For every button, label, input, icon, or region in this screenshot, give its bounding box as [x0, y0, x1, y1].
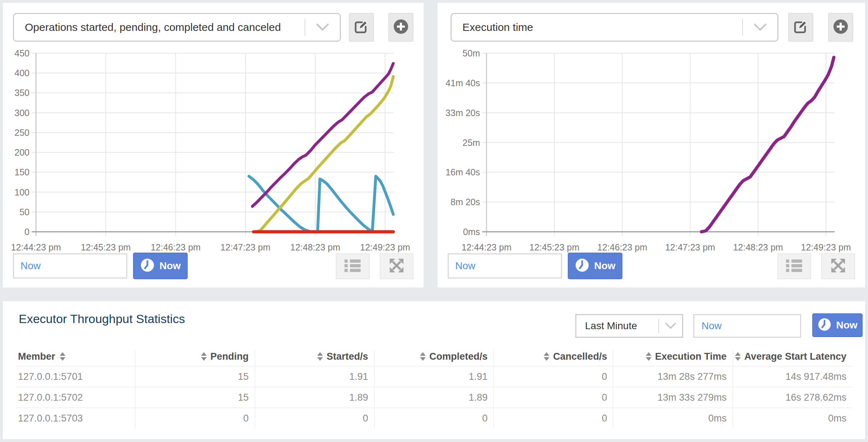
sort-icon: [544, 352, 549, 361]
svg-text:33m 20s: 33m 20s: [446, 108, 480, 118]
sort-icon: [420, 352, 426, 361]
completed-cell: 1.89: [374, 387, 494, 408]
page-title: Executor Throughput Statistics: [19, 312, 185, 326]
column-header-pending[interactable]: Pending: [135, 350, 255, 366]
column-header-member[interactable]: Member: [16, 350, 135, 366]
svg-text:350: 350: [14, 88, 29, 98]
execution-time-cell: 0ms: [613, 408, 732, 429]
expand-arrows-icon: [829, 257, 847, 276]
now-button-label: Now: [836, 319, 857, 331]
started-cell: 0: [255, 408, 374, 429]
period-select[interactable]: Last Minute: [575, 314, 683, 338]
list-icon: [344, 258, 361, 275]
member-cell: 127.0.0.1:5703: [16, 408, 135, 429]
svg-text:12:49:23 pm: 12:49:23 pm: [360, 242, 410, 252]
list-icon: [786, 258, 803, 275]
execution-time-cell: 13m 28s 277ms: [613, 366, 732, 387]
completed-cell: 1.91: [374, 366, 494, 387]
chevron-down-icon: [305, 23, 340, 32]
completed-cell: 0: [374, 408, 494, 429]
now-button[interactable]: Now: [133, 253, 188, 279]
svg-text:12:44:23 pm: 12:44:23 pm: [11, 242, 61, 252]
clock-icon: [140, 258, 155, 274]
svg-text:200: 200: [14, 147, 29, 157]
pending-cell: 15: [135, 387, 255, 408]
member-cell: 127.0.0.1:5702: [16, 387, 135, 408]
svg-text:12:47:23 pm: 12:47:23 pm: [665, 242, 715, 252]
column-header-completed[interactable]: Completed/s: [374, 350, 494, 366]
column-header-cancelled[interactable]: Cancelled/s: [494, 350, 613, 366]
member-cell: 127.0.0.1:5701: [16, 366, 135, 387]
column-header-average-start-latency[interactable]: Average Start Latency: [733, 350, 852, 366]
time-travel-input[interactable]: [693, 314, 801, 338]
add-chart-button[interactable]: [828, 13, 853, 42]
table-row[interactable]: 127.0.0.1:5701 15 1.91 1.91 0 13m 28s 27…: [16, 366, 852, 387]
avg-start-latency-cell: 0ms: [733, 408, 852, 429]
sort-icon: [317, 352, 323, 361]
edit-chart-button[interactable]: [349, 13, 374, 42]
edit-icon: [353, 19, 369, 36]
expand-chart-button[interactable]: [821, 253, 855, 279]
svg-text:12:47:23 pm: 12:47:23 pm: [220, 242, 270, 252]
plus-circle-icon: [393, 18, 409, 36]
time-travel-input[interactable]: [13, 253, 127, 278]
legend-toggle-button[interactable]: [336, 253, 370, 279]
pending-cell: 15: [135, 366, 255, 387]
started-cell: 1.89: [255, 387, 374, 408]
chevron-down-icon: [743, 23, 777, 32]
metric-select-operations[interactable]: Operations started, pending, completed a…: [13, 13, 341, 42]
now-button-label: Now: [159, 260, 181, 272]
sort-icon: [646, 352, 652, 361]
metric-select-execution[interactable]: Execution time: [451, 13, 778, 42]
svg-text:12:44:23 pm: 12:44:23 pm: [462, 242, 512, 252]
svg-text:12:48:23 pm: 12:48:23 pm: [290, 242, 340, 252]
expand-arrows-icon: [388, 257, 406, 276]
clock-icon: [817, 317, 832, 333]
now-button[interactable]: Now: [568, 253, 622, 279]
svg-text:12:49:23 pm: 12:49:23 pm: [801, 242, 851, 252]
executor-throughput-statistics-panel: Executor Throughput Statistics Last Minu…: [3, 301, 865, 439]
svg-text:12:46:23 pm: 12:46:23 pm: [151, 242, 201, 252]
execution-time-cell: 13m 33s 279ms: [613, 387, 732, 408]
chevron-down-icon: [659, 322, 682, 330]
sort-icon: [735, 352, 741, 361]
sort-icon: [201, 352, 207, 361]
cancelled-cell: 0: [494, 387, 613, 408]
svg-text:450: 450: [14, 48, 29, 58]
edit-chart-button[interactable]: [788, 13, 813, 42]
svg-text:41m 40s: 41m 40s: [446, 78, 480, 88]
svg-text:100: 100: [14, 187, 29, 197]
metric-select-operations-value: Operations started, pending, completed a…: [14, 21, 305, 33]
execution-time-line-chart: 12:44:23 pm12:45:23 pm12:46:23 pm12:47:2…: [438, 45, 865, 261]
expand-chart-button[interactable]: [380, 253, 414, 279]
avg-start-latency-cell: 14s 917.48ms: [733, 366, 852, 387]
svg-text:12:46:23 pm: 12:46:23 pm: [597, 242, 647, 252]
started-cell: 1.91: [255, 366, 374, 387]
column-header-execution-time[interactable]: Execution Time: [613, 350, 732, 366]
column-header-started[interactable]: Started/s: [255, 350, 374, 366]
sort-icon: [60, 352, 65, 361]
svg-text:0ms: 0ms: [463, 227, 480, 237]
svg-text:250: 250: [14, 128, 29, 138]
executor-statistics-table: Member Pending Started/s Completed/s Can…: [16, 350, 852, 429]
svg-text:50m: 50m: [462, 48, 480, 58]
table-row[interactable]: 127.0.0.1:5703 0 0 0 0 0ms 0ms: [16, 408, 852, 429]
plus-circle-icon: [832, 18, 849, 36]
period-select-value: Last Minute: [576, 320, 658, 332]
time-travel-input[interactable]: [448, 253, 562, 278]
svg-text:25m: 25m: [462, 138, 480, 148]
execution-time-chart-panel: Execution time 12:44:23 pm12:45:23 pm12:…: [438, 3, 865, 287]
table-row[interactable]: 127.0.0.1:5702 15 1.89 1.89 0 13m 33s 27…: [16, 387, 852, 408]
svg-text:400: 400: [14, 68, 29, 78]
operations-chart-panel: Operations started, pending, completed a…: [3, 3, 424, 287]
svg-text:0: 0: [24, 227, 29, 237]
cancelled-cell: 0: [494, 366, 613, 387]
svg-text:12:48:23 pm: 12:48:23 pm: [733, 242, 783, 252]
metric-select-execution-value: Execution time: [452, 21, 742, 33]
legend-toggle-button[interactable]: [777, 253, 811, 279]
cancelled-cell: 0: [494, 408, 613, 429]
add-chart-button[interactable]: [388, 13, 414, 42]
svg-text:150: 150: [14, 167, 29, 177]
now-button[interactable]: Now: [812, 313, 863, 337]
svg-text:50: 50: [19, 207, 29, 217]
